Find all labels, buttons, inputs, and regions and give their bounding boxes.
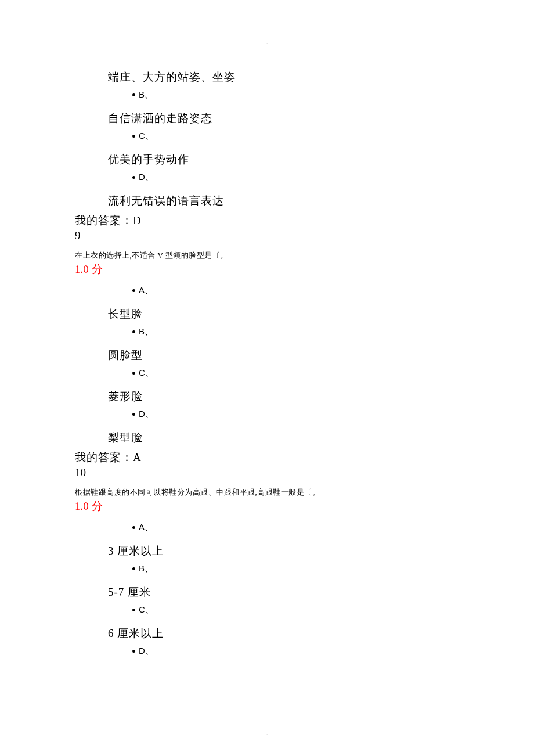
q8-bullet-b-label: B、 [139,89,153,100]
q10-bullet-d: D、 [132,646,534,657]
q10-bullet-b-label: B、 [139,563,153,574]
q9-question-text: 在上衣的选择上,不适合 V 型领的脸型是〔。 [75,250,534,261]
q9-bullet-a: A、 [132,285,534,296]
bullet-dot-icon [132,176,135,179]
bullet-dot-icon [132,609,135,611]
bullet-dot-icon [132,289,135,292]
q10-number: 10 [75,466,534,479]
q10-option-b-text: 5-7 厘米 [108,585,534,600]
bullet-dot-icon [132,372,135,375]
bullet-dot-icon [132,650,135,653]
q8-option-d-text: 流利无错误的语言表达 [108,193,534,208]
bullet-dot-icon [132,567,135,570]
q9-option-d-text: 梨型脸 [108,430,534,445]
q10-score: 1.0 分 [75,499,534,514]
q9-bullet-b-label: B、 [139,326,153,337]
q9-bullet-c-label: C、 [139,368,154,379]
q10-question-text: 根据鞋跟高度的不同可以将鞋分为高跟、中跟和平跟,高跟鞋一般是〔。 [75,487,534,498]
q8-option-c-text: 优美的手势动作 [108,152,534,167]
q9-score: 1.0 分 [75,262,534,277]
q8-bullet-d-label: D、 [139,172,154,183]
q10-option-a-text: 3 厘米以上 [108,543,534,559]
q10-bullet-d-label: D、 [139,646,154,657]
bullet-dot-icon [132,526,135,529]
q9-option-c-text: 菱形脸 [108,389,534,404]
document-content: 端庄、大方的站姿、坐姿 B、 自信潇洒的走路姿态 C、 优美的手势动作 D、 流… [0,59,534,661]
q9-option-b-text: 圆脸型 [108,348,534,363]
q8-bullet-c-label: C、 [139,131,154,142]
q9-bullet-a-label: A、 [139,285,153,296]
bullet-dot-icon [132,135,135,138]
q9-option-a-text: 长型脸 [108,307,534,322]
q10-bullet-b: B、 [132,563,534,574]
q10-bullet-c-label: C、 [139,604,154,615]
q10-bullet-a-label: A、 [139,522,153,533]
q10-bullet-c: C、 [132,604,534,615]
bullet-dot-icon [132,330,135,333]
q10-bullet-a: A、 [132,522,534,533]
bullet-dot-icon [132,93,135,96]
q9-bullet-c: C、 [132,368,534,379]
q10-option-c-text: 6 厘米以上 [108,626,534,641]
q9-bullet-d-label: D、 [139,409,154,420]
page-dot-bottom: . [266,729,268,736]
q9-bullet-b: B、 [132,326,534,337]
q8-my-answer: 我的答案：D [75,213,534,228]
page-dot-top: . [266,38,268,45]
q9-bullet-d: D、 [132,409,534,420]
bullet-dot-icon [132,413,135,416]
q8-option-a-text: 端庄、大方的站姿、坐姿 [108,70,534,85]
q8-bullet-b: B、 [132,89,534,100]
q8-bullet-d: D、 [132,172,534,183]
q9-number: 9 [75,229,534,242]
q9-my-answer: 我的答案：A [75,450,534,465]
q8-option-b-text: 自信潇洒的走路姿态 [108,111,534,126]
q8-bullet-c: C、 [132,131,534,142]
